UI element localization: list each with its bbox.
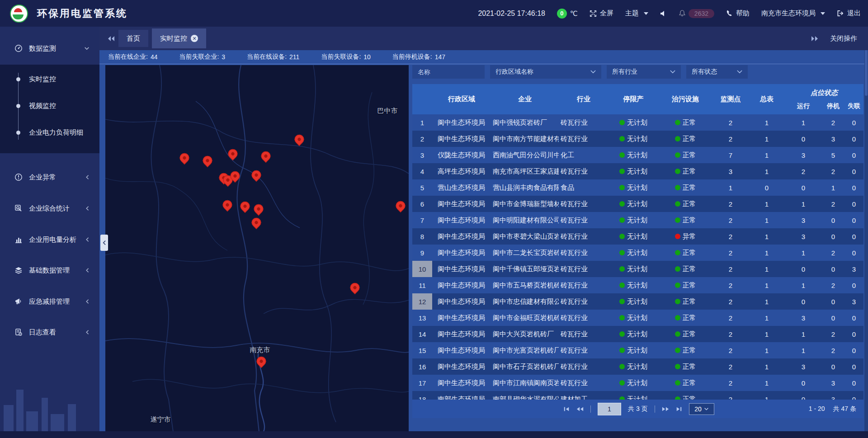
table-row[interactable]: 6 阆中生态环境局 阆中市金博瑞新型墙材 砖瓦行业 无计划 正常 2 1 1 2… (412, 196, 863, 212)
table-row[interactable]: 12 阆中生态环境局 阆中市忠信建材有限公 砖瓦行业 无计划 正常 2 1 0 … (412, 293, 863, 310)
table-row[interactable]: 9 阆中生态环境局 阆中市二龙长宝页岩砖 砖瓦行业 无计划 正常 2 1 1 2… (412, 245, 863, 261)
limit-status-dot (619, 331, 625, 337)
facility-status-dot (675, 120, 680, 125)
sidebar-item-video-monitor[interactable]: 视频监控 (0, 99, 99, 112)
cell-company: 阆中市南方节能建材有 (491, 135, 559, 143)
limit-status-dot (619, 250, 625, 255)
cell-industry: 砖瓦行业 (559, 363, 609, 371)
table-row[interactable]: 14 阆中生态环境局 阆中大兴页岩机砖厂 砖瓦行业 无计划 正常 2 1 1 2… (412, 326, 863, 342)
stat-value: 147 (435, 53, 445, 61)
page-size-select[interactable]: 20 (689, 403, 714, 415)
first-page-icon[interactable] (563, 406, 570, 412)
cell-monitor-points: 2 (712, 200, 749, 208)
cell-region: 阆中生态环境局 (432, 265, 491, 273)
industry-select[interactable]: 所有行业 (607, 65, 681, 79)
help-button[interactable]: 帮助 (726, 9, 750, 18)
cell-lost: 0 (844, 249, 863, 257)
cell-facility-status: 异常 (658, 232, 712, 241)
limit-status-dot (619, 234, 625, 239)
table-row[interactable]: 4 高坪生态环境局 南充市高坪区王家店建 砖瓦行业 无计划 正常 3 1 2 2… (412, 163, 863, 179)
speaker-mute-button[interactable] (660, 10, 667, 17)
sidebar-item-realtime-monitor[interactable]: 实时监控 (0, 73, 99, 85)
sidebar-item-log-view[interactable]: 日志查看 (0, 324, 99, 340)
phone-icon (726, 10, 733, 17)
next-page-icon[interactable] (662, 406, 669, 412)
tabs-scroll-left-icon[interactable] (108, 36, 115, 42)
status-select[interactable]: 所有状态 (686, 65, 748, 79)
cell-industry: 砖瓦行业 (559, 135, 609, 143)
sidebar-item-base-data[interactable]: 基础数据管理 (0, 262, 99, 278)
cell-monitor-points: 2 (712, 314, 749, 322)
table-row[interactable]: 18 南部生态环境局 南部县砌华水泥有限公 建材加工 无计划 正常 2 1 0 … (412, 391, 863, 400)
sidebar-collapse-handle[interactable] (100, 235, 108, 251)
table-row[interactable]: 7 阆中生态环境局 阆中明阳建材有限公司 砖瓦行业 无计划 正常 2 1 3 0… (412, 212, 863, 228)
tabs-scroll-right-icon[interactable] (811, 36, 818, 42)
cell-limit-status: 无计划 (609, 297, 658, 306)
cell-region: 阆中生态环境局 (432, 249, 491, 257)
table-row[interactable]: 5 营山生态环境局 营山县润丰肉食品有限 食品 无计划 正常 1 0 0 1 0 (412, 179, 863, 196)
cell-industry: 砖瓦行业 (559, 330, 609, 339)
page-number-input[interactable] (598, 403, 621, 415)
close-operations-button[interactable]: 关闭操作 (830, 34, 857, 43)
table-row[interactable]: 13 阆中生态环境局 阆中市金福旺页岩机砖 砖瓦行业 无计划 正常 2 1 3 … (412, 310, 863, 326)
logout-icon (837, 10, 844, 17)
limit-status-dot (619, 217, 625, 223)
sidebar-item-power-analysis[interactable]: 企业用电量分析 (0, 231, 99, 248)
table-row[interactable]: 15 阆中生态环境局 阆中市光富页岩机砖厂 砖瓦行业 无计划 正常 2 1 1 … (412, 342, 863, 358)
tab-bar: 首页 实时监控 ✕ 关闭操作 (99, 27, 868, 50)
sidebar-item-enterprise-statistics[interactable]: 企业综合统计 (0, 200, 99, 217)
cell-running: 1 (785, 330, 822, 338)
map-panel[interactable]: 巴中市 南充市 遂宁市 (105, 65, 409, 432)
table-row[interactable]: 8 阆中生态环境局 阆中市枣碧大梁山页岩 砖瓦行业 无计划 异常 2 1 3 0… (412, 228, 863, 245)
table-row[interactable]: 11 阆中生态环境局 阆中市五马桥页岩机砖 砖瓦行业 无计划 正常 2 1 1 … (412, 277, 863, 293)
org-dropdown[interactable]: 南充市生态环境局 (761, 9, 825, 18)
last-page-icon[interactable] (676, 406, 682, 412)
cell-lost: 0 (844, 151, 863, 159)
table-row[interactable]: 2 阆中生态环境局 阆中市南方节能建材有 砖瓦行业 无计划 正常 2 1 0 3… (412, 131, 863, 147)
cell-region: 阆中生态环境局 (432, 281, 491, 290)
bullet-dot-icon (16, 77, 20, 81)
sidebar-item-data-monitor[interactable]: 数据监测 (0, 40, 99, 57)
table-row[interactable]: 3 仪陇生态环境局 西南油气田分公司川中 化工 无计划 正常 7 1 3 5 0 (412, 147, 863, 163)
cell-region: 阆中生态环境局 (432, 314, 491, 322)
cell-total-meters: 1 (749, 396, 785, 400)
cell-lost: 0 (844, 233, 863, 240)
facility-status-dot (675, 234, 680, 239)
tab-realtime-monitor[interactable]: 实时监控 ✕ (152, 28, 206, 48)
tab-close-icon[interactable]: ✕ (191, 35, 198, 42)
cell-monitor-points: 2 (712, 363, 749, 371)
row-index: 4 (412, 163, 432, 179)
table-row[interactable]: 1 阆中生态环境局 阆中强锐页岩砖厂 砖瓦行业 无计划 正常 2 1 1 2 0 (412, 114, 863, 131)
cell-running: 0 (785, 265, 822, 273)
cell-facility-status: 正常 (658, 379, 712, 387)
row-index: 10 (412, 261, 432, 277)
datetime: 2021-02-25 17:46:18 (478, 9, 545, 18)
prev-page-icon[interactable] (576, 406, 584, 412)
cell-company: 南充市高坪区王家店建 (491, 167, 559, 176)
cell-facility-status: 正常 (658, 200, 712, 208)
sidebar-item-enterprise-anomaly[interactable]: 企业异常 (0, 169, 99, 185)
sidebar-item-power-load-detail[interactable]: 企业电力负荷明细 (0, 126, 99, 139)
cell-company: 阆中强锐页岩砖厂 (491, 118, 559, 127)
sidebar: 数据监测 实时监控 视频监控 企业电力负荷明细 企业异常 (0, 27, 99, 431)
limit-status-dot (619, 266, 625, 272)
table-row[interactable]: 16 阆中生态环境局 阆中市石子页岩机砖厂 砖瓦行业 无计划 正常 2 1 3 … (412, 358, 863, 375)
pagination-bar: 共 3 页 20 1 - 20 共 47 条 (412, 400, 863, 418)
name-search-input[interactable] (412, 65, 485, 79)
col-group-point-status: 点位状态 (785, 89, 863, 97)
cell-total-meters: 1 (749, 151, 785, 159)
sidebar-item-emergency-reduction[interactable]: 应急减排管理 (0, 293, 99, 310)
notification-area[interactable]: 2632 (679, 9, 714, 18)
table-row[interactable]: 10 阆中生态环境局 阆中千佛镇五郎垭页岩 砖瓦行业 无计划 正常 2 1 0 … (412, 261, 863, 277)
logout-button[interactable]: 退出 (837, 9, 861, 18)
cell-total-meters: 1 (749, 282, 785, 289)
fullscreen-button[interactable]: 全屏 (590, 9, 613, 18)
stat-item: 当前在线设备: 211 (247, 53, 299, 61)
cell-company: 阆中市五马桥页岩机砖 (491, 281, 559, 290)
cell-facility-status: 正常 (658, 363, 712, 371)
theme-dropdown[interactable]: 主题 (625, 9, 648, 18)
speaker-icon (660, 10, 667, 17)
region-select[interactable]: 行政区域名称 (490, 65, 601, 79)
table-row[interactable]: 17 阆中生态环境局 阆中市江南镇阆南页岩 砖瓦行业 无计划 正常 2 1 0 … (412, 375, 863, 391)
tab-home[interactable]: 首页 (118, 30, 148, 47)
